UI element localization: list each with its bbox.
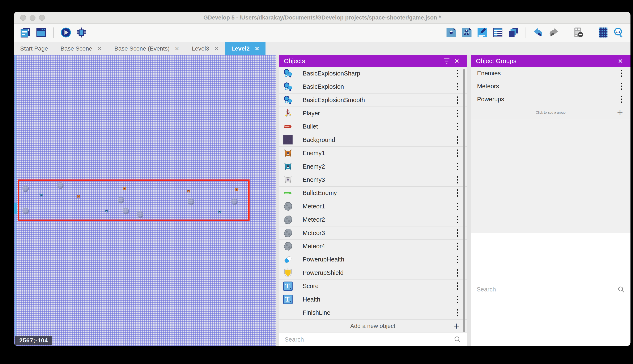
object-menu-button[interactable] bbox=[456, 188, 460, 199]
debug-button[interactable] bbox=[75, 27, 88, 39]
close-tab-icon[interactable]: ✕ bbox=[175, 46, 179, 52]
object-menu-button[interactable] bbox=[456, 81, 460, 92]
meteor-instance[interactable] bbox=[23, 208, 29, 214]
maximize-window-icon[interactable] bbox=[39, 15, 45, 21]
objects-panel-button[interactable] bbox=[445, 27, 458, 39]
object-groups-panel-button[interactable] bbox=[460, 27, 473, 39]
window-controls[interactable] bbox=[20, 15, 45, 21]
layers-button[interactable] bbox=[507, 27, 520, 39]
object-menu-button[interactable] bbox=[456, 148, 460, 159]
group-row[interactable]: Enemies bbox=[471, 67, 630, 80]
object-row[interactable]: PowerupShield bbox=[279, 266, 467, 280]
group-row[interactable]: Powerups bbox=[471, 93, 630, 106]
enemy-teal-instance[interactable] bbox=[104, 208, 109, 214]
object-menu-button[interactable] bbox=[456, 94, 460, 106]
undo-button[interactable] bbox=[532, 27, 544, 39]
object-menu-button[interactable] bbox=[456, 68, 460, 79]
object-menu-button[interactable] bbox=[456, 201, 460, 212]
object-row[interactable]: TxHealth bbox=[279, 293, 467, 306]
close-tab-icon[interactable]: ✕ bbox=[214, 46, 219, 52]
enemy-orange-instance[interactable] bbox=[122, 186, 127, 192]
group-menu-button[interactable] bbox=[619, 81, 623, 92]
object-row[interactable]: TxScore bbox=[279, 280, 467, 293]
object-menu-button[interactable] bbox=[456, 108, 460, 119]
object-menu-button[interactable] bbox=[456, 174, 460, 185]
tab-level3[interactable]: Level3✕ bbox=[186, 42, 225, 55]
tab-level2[interactable]: Level2✕ bbox=[225, 42, 265, 55]
enemy-teal-instance[interactable] bbox=[217, 209, 222, 215]
object-menu-button[interactable] bbox=[456, 267, 460, 278]
tab-start-page[interactable]: Start Page bbox=[14, 42, 54, 55]
close-object-groups-panel-button[interactable]: ✕ bbox=[615, 56, 625, 66]
scene-canvas[interactable]: 2567;-104 bbox=[14, 55, 276, 346]
add-object-button[interactable]: + bbox=[452, 321, 460, 331]
zoom-1-1-button[interactable]: 1:1 bbox=[612, 27, 625, 39]
add-object-row[interactable]: Add a new object + bbox=[279, 320, 467, 333]
object-row[interactable]: Meteor3 bbox=[279, 226, 467, 240]
instances-list-button[interactable] bbox=[492, 27, 504, 39]
tab-base-scene[interactable]: Base Scene✕ bbox=[54, 42, 108, 55]
object-row[interactable]: Meteor2 bbox=[279, 213, 467, 226]
object-row[interactable]: BulletEnemy bbox=[279, 186, 467, 200]
meteor-instance[interactable] bbox=[231, 198, 238, 205]
close-tab-icon[interactable]: ✕ bbox=[255, 46, 259, 52]
object-menu-button[interactable] bbox=[456, 214, 460, 226]
grid-button[interactable] bbox=[597, 27, 609, 39]
enemy-teal-instance[interactable] bbox=[39, 192, 44, 198]
object-row[interactable]: Player bbox=[279, 107, 467, 120]
mask-button[interactable] bbox=[572, 27, 585, 39]
objects-search-input[interactable] bbox=[284, 336, 454, 343]
object-menu-button[interactable] bbox=[456, 227, 460, 238]
tab-base-scene-events-[interactable]: Base Scene (Events)✕ bbox=[108, 42, 186, 55]
add-group-button[interactable]: + bbox=[616, 107, 624, 118]
object-row[interactable]: Meteor1 bbox=[279, 200, 467, 213]
group-menu-button[interactable] bbox=[619, 94, 623, 105]
object-menu-button[interactable] bbox=[456, 307, 460, 318]
object-menu-button[interactable] bbox=[456, 294, 460, 305]
objects-list-scrollbar[interactable] bbox=[463, 69, 465, 332]
canvas-scrollbar-thumb[interactable] bbox=[14, 202, 17, 214]
object-row[interactable]: Background bbox=[279, 133, 467, 146]
close-window-icon[interactable] bbox=[20, 15, 26, 21]
meteor-instance[interactable] bbox=[137, 211, 143, 218]
meteor-instance[interactable] bbox=[23, 185, 29, 192]
object-menu-button[interactable] bbox=[456, 134, 460, 146]
object-row[interactable]: BasicExplosionSharp bbox=[279, 67, 467, 80]
object-row[interactable]: PowerupHealth bbox=[279, 253, 467, 266]
redo-button[interactable] bbox=[547, 27, 560, 39]
properties-button[interactable] bbox=[476, 27, 489, 39]
group-menu-button[interactable] bbox=[619, 68, 623, 79]
object-row[interactable]: Bullet bbox=[279, 120, 467, 133]
canvas-scrollbar-track[interactable] bbox=[15, 55, 16, 346]
object-row[interactable]: Meteor4 bbox=[279, 240, 467, 253]
object-row[interactable]: FinishLine bbox=[279, 306, 467, 319]
project-manager-button[interactable] bbox=[19, 27, 32, 39]
meteor-instance[interactable] bbox=[188, 198, 194, 205]
enemy-orange-instance[interactable] bbox=[76, 193, 81, 199]
meteor-instance[interactable] bbox=[118, 197, 124, 204]
object-row[interactable]: BasicExplosion bbox=[279, 80, 467, 93]
enemy-orange-instance[interactable] bbox=[186, 188, 191, 194]
object-row[interactable]: Enemy2 bbox=[279, 160, 467, 173]
group-row[interactable]: Meteors bbox=[471, 80, 630, 93]
object-menu-button[interactable] bbox=[456, 121, 460, 132]
object-row[interactable]: BasicExplosionSmooth bbox=[279, 94, 467, 107]
level-bounds-rect[interactable] bbox=[18, 180, 249, 221]
meteor-instance[interactable] bbox=[57, 182, 64, 189]
object-menu-button[interactable] bbox=[456, 280, 460, 292]
add-group-row[interactable]: Click to add a group + bbox=[471, 106, 630, 119]
close-tab-icon[interactable]: ✕ bbox=[97, 46, 102, 52]
minimize-window-icon[interactable] bbox=[30, 15, 36, 21]
object-menu-button[interactable] bbox=[456, 240, 460, 252]
object-menu-button[interactable] bbox=[456, 254, 460, 265]
object-menu-button[interactable] bbox=[456, 161, 460, 172]
enemy-orange-instance[interactable] bbox=[234, 186, 239, 192]
object-row[interactable]: Enemy3 bbox=[279, 173, 467, 186]
groups-search-input[interactable] bbox=[476, 286, 617, 293]
object-row[interactable]: Enemy1 bbox=[279, 146, 467, 160]
preview-play-button[interactable] bbox=[60, 27, 72, 39]
filter-button[interactable] bbox=[442, 56, 452, 66]
close-objects-panel-button[interactable]: ✕ bbox=[452, 56, 462, 66]
meteor-instance[interactable] bbox=[123, 208, 129, 214]
scene-editor-button[interactable] bbox=[35, 27, 48, 39]
